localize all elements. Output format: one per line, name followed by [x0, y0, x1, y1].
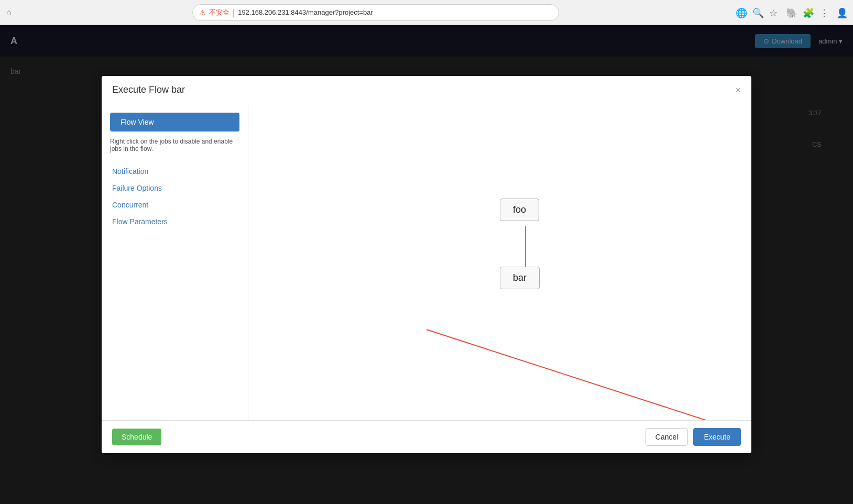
- separator: |: [233, 8, 235, 17]
- unsafe-label: 不安全: [209, 8, 229, 17]
- flow-node-bar[interactable]: bar: [500, 267, 540, 289]
- modal-title: Execute Flow bar: [112, 84, 185, 95]
- home-icon[interactable]: ⌂: [6, 8, 16, 17]
- menu-icon[interactable]: ⋮: [819, 7, 830, 18]
- connector-line: [525, 226, 526, 267]
- warning-icon: ⚠: [199, 8, 206, 17]
- annotation-arrow: [248, 104, 751, 420]
- svg-line-1: [426, 330, 725, 420]
- cancel-button[interactable]: Cancel: [646, 428, 688, 446]
- url-text: 192.168.206.231:8443/manager?project=bar: [238, 8, 373, 16]
- search-icon[interactable]: 🔍: [752, 7, 763, 18]
- evernote-icon[interactable]: 🐘: [786, 7, 796, 18]
- flow-diagram: foo bar: [248, 104, 751, 420]
- translate-icon[interactable]: 🌐: [736, 7, 746, 18]
- modal-sidebar: Flow View Right click on the jobs to dis…: [102, 104, 248, 420]
- modal-main: foo bar: [248, 104, 751, 420]
- flow-node-foo[interactable]: foo: [500, 199, 539, 221]
- execute-flow-modal: Execute Flow bar × Flow View Right click…: [102, 76, 751, 453]
- flow-view-button[interactable]: Flow View: [110, 113, 239, 132]
- browser-chrome: ⌂ ⚠ 不安全 | 192.168.206.231:8443/manager?p…: [0, 0, 853, 25]
- modal-header: Execute Flow bar ×: [102, 76, 751, 104]
- footer-actions: Cancel Execute: [646, 428, 741, 446]
- profile-icon[interactable]: 👤: [836, 7, 847, 18]
- modal-footer: Schedule Cancel Execute: [102, 420, 751, 453]
- nav-failure-options[interactable]: Failure Options: [110, 180, 239, 196]
- bookmark-icon[interactable]: ☆: [769, 7, 780, 18]
- modal-close-button[interactable]: ×: [735, 85, 741, 95]
- browser-actions: 🌐 🔍 ☆ 🐘 🧩 ⋮ 👤: [736, 7, 847, 18]
- extension-icon[interactable]: 🧩: [803, 7, 813, 18]
- execute-button[interactable]: Execute: [693, 428, 741, 446]
- address-bar[interactable]: ⚠ 不安全 | 192.168.206.231:8443/manager?pro…: [192, 4, 559, 21]
- modal-body: Flow View Right click on the jobs to dis…: [102, 104, 751, 420]
- hint-text: Right click on the jobs to disable and e…: [110, 138, 239, 152]
- schedule-button[interactable]: Schedule: [112, 429, 161, 445]
- nav-notification[interactable]: Notification: [110, 163, 239, 180]
- nav-concurrent[interactable]: Concurrent: [110, 196, 239, 213]
- nav-flow-parameters[interactable]: Flow Parameters: [110, 213, 239, 230]
- modal-backdrop: Execute Flow bar × Flow View Right click…: [0, 25, 853, 504]
